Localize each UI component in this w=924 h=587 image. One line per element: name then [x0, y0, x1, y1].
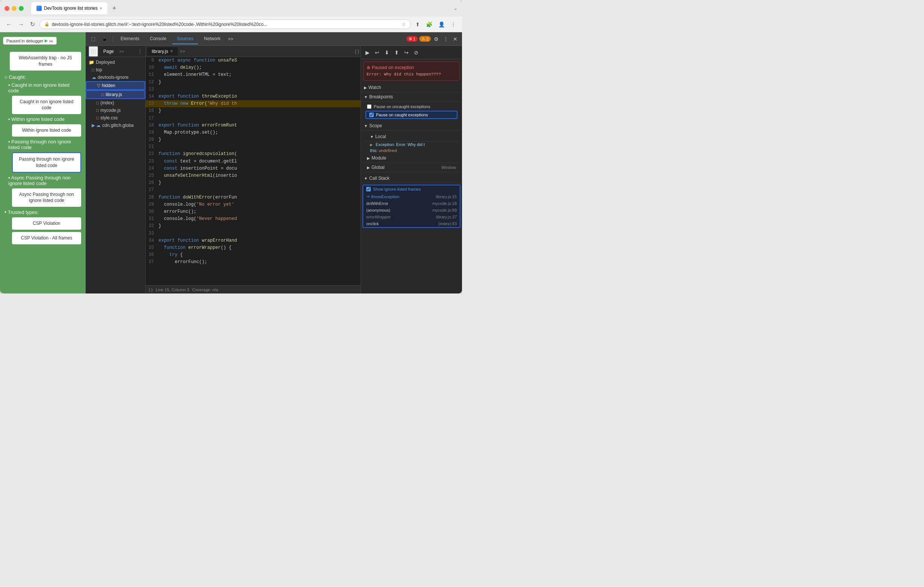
- call-stack-frame-errorWrapper[interactable]: errorWrapper library.js:37: [363, 214, 460, 220]
- file-item-devtools-ignore[interactable]: ☁ devtools-ignore: [86, 74, 145, 81]
- call-stack-frame-anonymous[interactable]: (anonymous) mycode.js:89: [363, 207, 460, 214]
- error-icon: ⊗: [409, 36, 412, 41]
- more-options-button[interactable]: ⋮: [442, 35, 450, 44]
- caught-item-2: Within ignore listed code Within ignore …: [8, 116, 81, 136]
- step-button[interactable]: ↪: [402, 48, 411, 57]
- sidebar-toggle-button[interactable]: ◫: [89, 46, 98, 57]
- call-stack-highlighted-region: Show ignore-listed frames ⇒ throwExcepti…: [363, 185, 460, 228]
- step-out-button[interactable]: ⬆: [392, 48, 401, 57]
- index-label: (index): [100, 100, 114, 105]
- file-item-library-js[interactable]: □ library.js: [86, 90, 145, 99]
- browser-tab[interactable]: DevTools ignore list stories ×: [31, 2, 107, 14]
- pause-caught-label: Pause on caught exceptions: [376, 113, 428, 117]
- btn-async-passing[interactable]: Async Passing through non ignore listed …: [12, 188, 81, 207]
- settings-button[interactable]: ⚙: [432, 35, 440, 44]
- breakpoints-section: ▼ Breakpoints Pause on uncaught exceptio…: [361, 92, 462, 121]
- tab-close-button[interactable]: ×: [100, 6, 102, 10]
- pause-uncaught-checkbox[interactable]: [367, 104, 371, 109]
- file-item-style-css[interactable]: □ style.css: [86, 114, 145, 122]
- line-content-12: }: [157, 79, 361, 86]
- navigation-bar: ← → ↻ 🔒 devtools-ignore-list-stories.gli…: [0, 16, 462, 32]
- call-stack-header[interactable]: ▼ Call Stack: [361, 174, 462, 183]
- file-item-hidden[interactable]: ▽ hidden: [86, 81, 145, 90]
- step-into-button[interactable]: ⬇: [382, 48, 391, 57]
- tab-console[interactable]: Console: [145, 34, 171, 44]
- code-line-17: 17: [146, 115, 361, 122]
- forward-button[interactable]: →: [16, 20, 26, 29]
- watch-section-header[interactable]: ▶ Watch: [361, 83, 462, 92]
- new-tab-button[interactable]: +: [109, 3, 119, 13]
- share-button[interactable]: ⬆: [414, 20, 421, 29]
- tab-elements[interactable]: Elements: [116, 34, 144, 44]
- scope-this-key: this:: [370, 148, 378, 153]
- scope-section-header[interactable]: ▼ Scope: [361, 121, 462, 131]
- devtools-close-button[interactable]: ✕: [452, 35, 459, 44]
- scope-this-val: undefined: [379, 148, 397, 153]
- resume-button[interactable]: ▶: [363, 48, 372, 57]
- watch-label: Watch: [368, 85, 381, 90]
- tab-more[interactable]: >>: [226, 35, 235, 43]
- inspect-element-button[interactable]: ⬚: [89, 35, 98, 43]
- code-content[interactable]: 9 export async function unsafeS 10 await…: [146, 57, 361, 285]
- caught-section: Caught: Caught in non ignore listed code…: [5, 74, 81, 207]
- play-icon[interactable]: ▶: [45, 38, 48, 43]
- device-toolbar-button[interactable]: 📱: [99, 35, 110, 43]
- btn-passing-through[interactable]: Passing through non ignore listed code: [12, 152, 81, 173]
- btn-within-ignore[interactable]: Within ignore listed code: [12, 124, 81, 136]
- file-item-mycode-js[interactable]: □ mycode.js: [86, 107, 145, 114]
- call-stack-frame-throwException[interactable]: ⇒ throwException library.js:15: [363, 193, 460, 200]
- frame-loc-throwException: library.js:15: [436, 194, 457, 199]
- webassembly-box: WebAssembly trap - no JS frames: [10, 52, 81, 71]
- step-over-button[interactable]: ↩: [373, 48, 382, 57]
- file-item-top[interactable]: □ top: [86, 66, 145, 74]
- file-tab-page[interactable]: Page: [100, 47, 117, 56]
- tab-sources[interactable]: Sources: [172, 34, 198, 44]
- maximize-window-button[interactable]: [19, 6, 24, 11]
- line-content-28: function doWithError(errorFun: [157, 194, 361, 201]
- line-content-16: }: [157, 107, 361, 115]
- btn-caught-non-ignore[interactable]: Caught in non ignore listed code: [12, 96, 81, 115]
- deactivate-breakpoints-button[interactable]: ⊘: [412, 48, 421, 57]
- code-line-26: 26 }: [146, 179, 361, 187]
- error-badge[interactable]: ⊗ 1: [406, 36, 417, 42]
- scope-module-label: Module: [371, 155, 386, 161]
- scope-local-header[interactable]: ▼ Local: [364, 132, 459, 141]
- call-stack-frame-onclick[interactable]: onclick (index):83: [363, 220, 460, 227]
- btn-csp-all[interactable]: CSP Violation - All frames: [12, 232, 81, 244]
- title-bar: DevTools ignore list stories × + ⌄: [0, 0, 462, 16]
- tab-overflow-button[interactable]: ⌄: [454, 6, 457, 11]
- line-content-14: export function throwExceptio: [157, 93, 361, 100]
- source-map-button[interactable]: { }: [355, 49, 359, 54]
- menu-button[interactable]: ⋮: [449, 20, 457, 29]
- scope-module-header[interactable]: ▶ Module: [364, 153, 459, 163]
- file-panel-menu[interactable]: ⋮: [137, 48, 142, 54]
- btn-csp[interactable]: CSP Violation: [12, 217, 81, 230]
- warning-badge[interactable]: ⚠ 2: [419, 36, 431, 42]
- pause-caught-checkbox[interactable]: [369, 113, 374, 117]
- skip-icon[interactable]: ⏭: [49, 39, 53, 43]
- tab-network[interactable]: Network: [200, 34, 225, 44]
- reload-button[interactable]: ↻: [28, 19, 36, 29]
- file-tab-overflow[interactable]: >>: [119, 49, 124, 54]
- scope-global-header[interactable]: ▶ Global Window: [364, 163, 459, 172]
- profile-button[interactable]: 👤: [437, 20, 446, 29]
- code-tab-library-js[interactable]: library.js ✕: [147, 47, 178, 56]
- call-stack-section: ▼ Call Stack Show ignore-listed frames: [361, 174, 462, 294]
- call-stack-frame-doWithError[interactable]: doWithError mycode.js:18: [363, 200, 460, 207]
- file-item-index[interactable]: □ (index): [86, 99, 145, 107]
- back-button[interactable]: ←: [5, 20, 13, 29]
- extensions-button[interactable]: 🧩: [424, 20, 434, 29]
- breakpoints-section-header[interactable]: ▼ Breakpoints: [361, 92, 462, 102]
- address-bar[interactable]: 🔒 devtools-ignore-list-stories.glitch.me…: [40, 20, 411, 29]
- index-icon: □: [96, 100, 99, 105]
- code-tab-close[interactable]: ✕: [170, 49, 173, 54]
- file-item-cdn-glitch[interactable]: ▶ ☁ cdn.glitch.globa: [86, 122, 145, 129]
- show-ignore-frames-checkbox[interactable]: [366, 187, 371, 191]
- frame-icon-throw: ⇒: [366, 194, 370, 199]
- close-window-button[interactable]: [5, 6, 9, 11]
- minimize-window-button[interactable]: [12, 6, 16, 11]
- code-line-16: 16 }: [146, 107, 361, 115]
- scope-exception-arrow: ▶: [370, 143, 373, 147]
- format-icon[interactable]: { }: [149, 288, 152, 292]
- code-tab-overflow[interactable]: >>: [180, 49, 185, 54]
